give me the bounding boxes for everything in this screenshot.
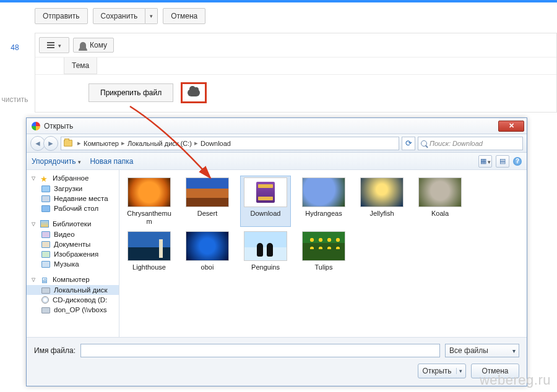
file-thumbnail: [127, 231, 171, 261]
person-icon: [80, 42, 86, 48]
search-placeholder: Поиск: Download: [430, 140, 483, 147]
dialog-navbar: ◄ ► ▸ Компьютер ▸ Локальный диск (C:) ▸ …: [27, 134, 527, 153]
file-thumbnail: [186, 231, 229, 261]
clear-link[interactable]: чистить: [0, 95, 30, 104]
dialog-title: Открыть: [44, 122, 73, 130]
crumb-1[interactable]: Локальный диск (C:): [127, 140, 192, 147]
nav-tree[interactable]: ★Избранное Загрузки Недавние места Рабоч…: [27, 170, 119, 337]
tree-item-downloads[interactable]: Загрузки: [27, 184, 119, 194]
cancel-button[interactable]: Отмена: [163, 8, 205, 24]
file-item[interactable]: Penguins: [241, 230, 290, 273]
tree-item-music[interactable]: Музыка: [27, 259, 119, 269]
file-item[interactable]: Lighthouse: [124, 230, 174, 273]
preview-pane-button[interactable]: ▤: [496, 155, 509, 168]
watermark: webereg.ru: [480, 372, 551, 388]
filetype-combo[interactable]: Все файлы: [445, 344, 519, 357]
file-thumbnail: [360, 177, 404, 207]
organize-menu[interactable]: Упорядочить: [32, 157, 81, 166]
tree-computer[interactable]: 🖥Компьютер: [27, 274, 119, 285]
tree-item-recent[interactable]: Недавние места: [27, 194, 119, 203]
save-button[interactable]: Сохранить: [93, 8, 146, 24]
mail-left-column: 48 чистить: [0, 2, 30, 104]
tree-item-video[interactable]: Видео: [27, 229, 119, 239]
compose-body: Кому Тема Прикрепить файл: [35, 33, 557, 113]
new-folder-button[interactable]: Новая папка: [90, 157, 133, 166]
send-button[interactable]: Отправить: [35, 8, 88, 24]
file-thumbnail: [127, 177, 171, 207]
to-field-button[interactable]: Кому: [73, 38, 114, 53]
search-icon: [421, 140, 427, 147]
file-name: Hydrangeas: [305, 210, 342, 218]
file-item[interactable]: Tulips: [299, 230, 348, 273]
file-name: Koala: [431, 210, 449, 218]
search-input[interactable]: Поиск: Download: [418, 137, 523, 150]
file-item[interactable]: Download: [241, 176, 290, 226]
to-label: Кому: [90, 41, 107, 49]
file-item[interactable]: Koala: [415, 176, 465, 226]
file-name: Jellyfish: [369, 210, 394, 218]
tree-favorites[interactable]: ★Избранное: [27, 173, 119, 184]
cloud-icon: [188, 89, 200, 96]
dialog-footer: Имя файла: Все файлы Открыть Отмена: [27, 338, 527, 386]
tree-item-cd[interactable]: CD-дисковод (D:: [27, 295, 119, 305]
open-file-dialog: Открыть ✕ ◄ ► ▸ Компьютер ▸ Локальный ди…: [26, 117, 527, 386]
file-name: Lighthouse: [132, 263, 166, 271]
file-name: Desert: [197, 210, 217, 218]
file-name: Penguins: [251, 263, 280, 271]
folder-icon: [64, 140, 72, 147]
file-thumbnail: [244, 177, 287, 207]
file-item[interactable]: oboi: [183, 230, 232, 273]
open-button[interactable]: Открыть: [418, 364, 466, 378]
dialog-toolbar: Упорядочить Новая папка ▦ ▤ ?: [27, 153, 527, 170]
chrome-icon: [32, 122, 40, 130]
nav-forward-button[interactable]: ►: [43, 136, 58, 151]
file-area[interactable]: ChrysanthemumDesertDownloadHydrangeasJel…: [119, 170, 527, 337]
help-button[interactable]: ?: [513, 157, 522, 166]
file-thumbnail: [186, 177, 229, 207]
file-thumbnail: [302, 177, 345, 207]
file-item[interactable]: Desert: [183, 176, 232, 226]
crumb-0[interactable]: Компьютер: [84, 140, 119, 147]
filename-input[interactable]: [80, 344, 440, 357]
tree-libraries[interactable]: Библиотеки: [27, 218, 119, 229]
file-item[interactable]: Hydrangeas: [299, 176, 348, 226]
tree-item-network[interactable]: don_OP (\\vboxs: [27, 305, 119, 315]
file-name: Download: [251, 210, 281, 218]
file-name: Chrysanthemum: [126, 210, 173, 225]
refresh-button[interactable]: ⟳: [402, 137, 415, 150]
tree-item-pictures[interactable]: Изображения: [27, 249, 119, 259]
filename-label: Имя файла:: [34, 346, 76, 355]
file-name: Tulips: [315, 263, 333, 271]
tree-item-desktop[interactable]: Рабочий стол: [27, 203, 119, 213]
view-mode-button[interactable]: ▦: [478, 155, 492, 168]
tree-item-documents[interactable]: Документы: [27, 239, 119, 249]
file-name: oboi: [201, 263, 214, 271]
subject-label[interactable]: Тема: [64, 58, 97, 74]
file-item[interactable]: Chrysanthemum: [124, 176, 174, 226]
hamburger-icon: [47, 45, 54, 46]
file-thumbnail: [244, 231, 287, 261]
save-dropdown-button[interactable]: [145, 8, 158, 24]
attach-file-button[interactable]: Прикрепить файл: [89, 83, 173, 102]
close-button[interactable]: ✕: [498, 121, 524, 132]
unread-count[interactable]: 48: [0, 43, 30, 52]
file-item[interactable]: Jellyfish: [357, 176, 407, 226]
tree-item-local-disk[interactable]: Локальный диск: [27, 285, 119, 295]
file-thumbnail: [302, 231, 345, 261]
fields-menu-button[interactable]: [39, 37, 69, 53]
compose-toolbar: Отправить Сохранить Отмена: [0, 2, 557, 24]
attach-from-cloud-button[interactable]: [181, 82, 207, 103]
breadcrumb[interactable]: ▸ Компьютер ▸ Локальный диск (C:) ▸ Down…: [61, 137, 399, 150]
file-thumbnail: [418, 177, 462, 207]
crumb-2[interactable]: Download: [201, 140, 231, 147]
dialog-titlebar[interactable]: Открыть ✕: [27, 118, 527, 134]
